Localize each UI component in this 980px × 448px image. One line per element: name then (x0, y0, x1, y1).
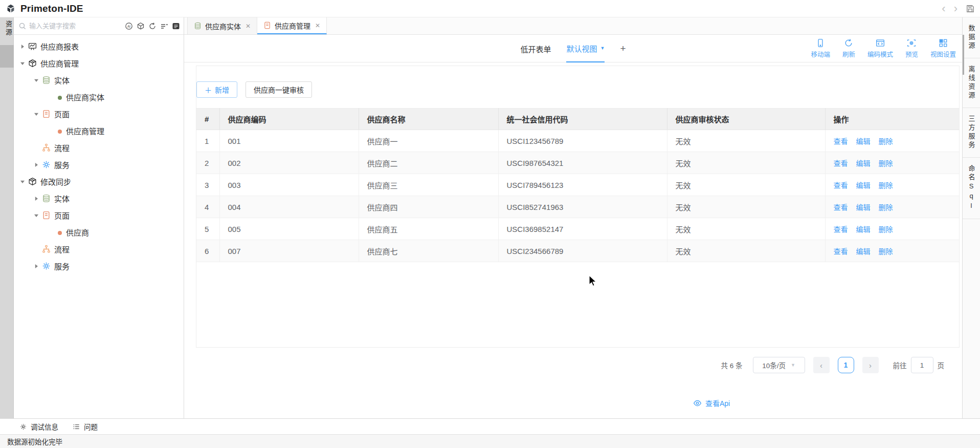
table-row: 2002供应商二USCI987654321无效查看编辑删除 (196, 152, 959, 174)
delete-link[interactable]: 删除 (879, 181, 893, 189)
ai-icon[interactable]: AI (125, 22, 133, 30)
delete-link[interactable]: 删除 (879, 137, 893, 145)
edit-link[interactable]: 编辑 (856, 203, 871, 211)
tree-item[interactable]: 服务 (14, 156, 184, 173)
chevron-down-icon[interactable] (19, 178, 26, 185)
view-link[interactable]: 查看 (834, 225, 848, 233)
tree-item[interactable]: 实体 (14, 72, 184, 89)
edit-link[interactable]: 编辑 (856, 225, 871, 233)
next-page-button[interactable]: › (862, 357, 879, 373)
chevron-down-icon[interactable] (33, 77, 40, 84)
bottom-tab[interactable]: 问题 (73, 421, 98, 432)
column-header: 统一社会信用代码 (498, 109, 667, 130)
toolbar-view-settings[interactable]: 视图设置 (930, 38, 956, 59)
batch-audit-button[interactable]: 供应商一键审核 (246, 81, 312, 98)
goto-unit: 页 (938, 360, 945, 370)
tab-default-view[interactable]: 默认视图 ▼ (566, 35, 605, 62)
plus-icon: ＋ (205, 84, 212, 95)
tree-item[interactable]: 流程 (14, 139, 184, 156)
tree-item[interactable]: 供应商报表 (14, 38, 184, 55)
tree-item[interactable]: 流程 (14, 241, 184, 258)
tree-item-label: 流程 (54, 142, 70, 153)
bottom-tab[interactable]: 调试信息 (19, 421, 58, 432)
toolbar-mobile[interactable]: 移动端 (811, 38, 830, 59)
right-strip-section[interactable]: 离线资源 (963, 58, 980, 108)
close-icon[interactable]: ✕ (246, 23, 251, 30)
view-link[interactable]: 查看 (834, 203, 848, 211)
chevron-right-icon[interactable] (33, 263, 40, 270)
tree-item[interactable]: 供应商管理 (14, 55, 184, 72)
editor-tab[interactable]: 供应商实体✕ (187, 17, 257, 34)
edit-link[interactable]: 编辑 (856, 181, 871, 189)
view-link[interactable]: 查看 (834, 247, 848, 255)
delete-link[interactable]: 删除 (879, 225, 893, 233)
cell-actions: 查看编辑删除 (825, 152, 959, 174)
page-number-button[interactable]: 1 (838, 357, 854, 373)
page-icon (42, 110, 51, 118)
right-strip-section[interactable]: 命名Sql (963, 158, 980, 219)
tree-item[interactable]: 供应商管理 (14, 122, 184, 139)
db-switch-icon[interactable] (172, 22, 180, 30)
toolbar-code-mode[interactable]: 编码模式 (867, 38, 893, 59)
edit-link[interactable]: 编辑 (856, 159, 871, 167)
tree-item[interactable]: 页面 (14, 207, 184, 224)
gear-icon (42, 160, 51, 169)
right-strip-section[interactable]: 三方服务 (963, 108, 980, 158)
chevron-down-icon[interactable] (33, 111, 40, 118)
page-size-select[interactable]: 10条/页 ▼ (753, 357, 805, 373)
tree-item[interactable]: 供应商实体 (14, 89, 184, 105)
add-view-button[interactable]: + (620, 43, 626, 54)
right-strip-label: 三方服务 (967, 115, 976, 150)
close-icon[interactable]: ✕ (315, 22, 320, 29)
prev-page-button[interactable]: ‹ (813, 357, 830, 373)
toolbar-refresh[interactable]: 刷新 (842, 38, 855, 59)
chevron-right-icon[interactable] (33, 195, 40, 202)
tree-item[interactable]: 实体 (14, 190, 184, 207)
resources-strip-tab[interactable]: 资源 (0, 20, 13, 37)
chart-icon (28, 42, 37, 51)
sort-list-icon[interactable] (160, 22, 168, 30)
goto-page-input[interactable] (911, 357, 933, 373)
chevron-right-icon[interactable] (19, 43, 26, 50)
editor-tab-label: 供应商管理 (275, 20, 310, 31)
tree-item[interactable]: 供应商 (14, 224, 184, 241)
right-strip-label: 数据源 (967, 25, 976, 51)
add-button[interactable]: ＋ 新增 (196, 81, 237, 98)
chevron-right-icon[interactable] (33, 161, 40, 168)
cell-supplier-code: 002 (219, 152, 359, 174)
reload-icon[interactable] (148, 22, 157, 30)
search-input[interactable] (29, 22, 121, 30)
view-api-link[interactable]: 查看Api (693, 398, 730, 408)
right-strip-section[interactable]: 数据源 (963, 17, 980, 58)
scrollbar-thumb[interactable] (963, 35, 964, 75)
edit-link[interactable]: 编辑 (856, 247, 871, 255)
edit-link[interactable]: 编辑 (856, 137, 871, 145)
preview-eye-icon (907, 38, 916, 48)
tree-item[interactable]: 页面 (14, 105, 184, 122)
status-message: 数据源初始化完毕 (7, 436, 62, 446)
delete-link[interactable]: 删除 (879, 159, 893, 167)
delete-link[interactable]: 删除 (879, 203, 893, 211)
tree-item[interactable]: 修改同步 (14, 173, 184, 190)
bottom-tab-label: 问题 (84, 421, 98, 432)
right-strip-label: 命名Sql (967, 165, 976, 211)
view-link[interactable]: 查看 (834, 137, 848, 145)
save-icon[interactable] (966, 4, 975, 13)
nav-forward-icon[interactable]: › (954, 3, 957, 14)
chevron-down-icon[interactable] (19, 60, 26, 67)
tree-item-label: 实体 (54, 75, 70, 86)
view-link[interactable]: 查看 (834, 159, 848, 167)
delete-link[interactable]: 删除 (879, 247, 893, 255)
nav-back-icon[interactable]: ‹ (942, 3, 945, 14)
strip-scroll-thumb[interactable] (0, 45, 14, 68)
arrow-spacer (47, 127, 54, 135)
column-header: 供应商编码 (219, 109, 359, 130)
search-icon (18, 22, 27, 30)
tree-item[interactable]: 服务 (14, 258, 184, 274)
cell-usci: USCI369852147 (498, 218, 667, 240)
toolbar-preview-eye[interactable]: 预览 (905, 38, 918, 59)
editor-tab[interactable]: 供应商管理✕ (257, 17, 327, 34)
model-cube-icon[interactable] (137, 22, 145, 30)
view-link[interactable]: 查看 (834, 181, 848, 189)
chevron-down-icon[interactable] (33, 212, 40, 219)
